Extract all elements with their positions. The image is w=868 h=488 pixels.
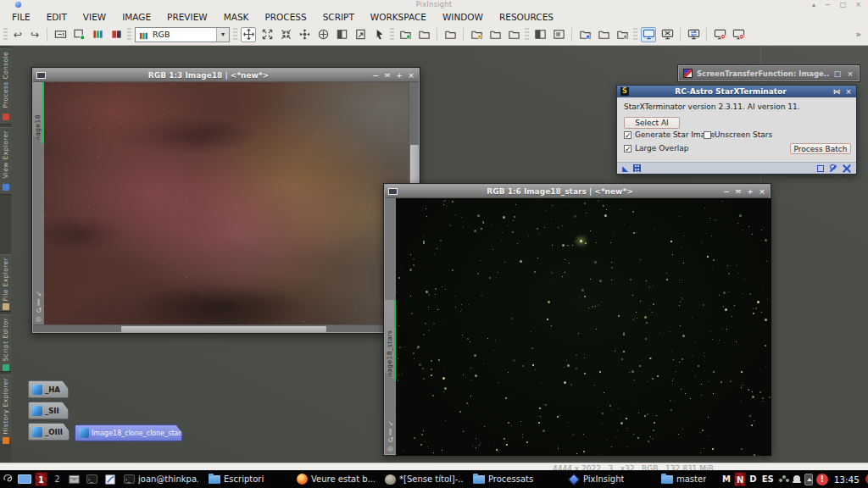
task-button-escriptori[interactable]: Escriptori	[205, 472, 273, 487]
task-button-pixinsight[interactable]: PixInsight	[565, 472, 629, 487]
image-canvas-image18[interactable]	[44, 82, 411, 326]
stf-enable-icon[interactable]	[641, 27, 656, 42]
sidebar-tab-file-explorer[interactable]: File Explorer	[0, 254, 11, 312]
menu-item-file[interactable]: FILE	[12, 12, 31, 22]
notifications-icon[interactable]	[793, 474, 801, 484]
view-tab-image18[interactable]: Image18	[33, 82, 44, 145]
file-save-icon[interactable]	[398, 27, 413, 42]
task-button-sense-t-tol[interactable]: *[Sense títol]-...	[381, 472, 466, 487]
task-button-master[interactable]: master	[658, 472, 714, 487]
pointer-tool-icon[interactable]	[371, 27, 387, 42]
target-icon[interactable]: ◎	[36, 315, 42, 323]
browse-documentation-icon[interactable]	[633, 164, 641, 172]
horizontal-scrollbar-thumb[interactable]	[121, 326, 326, 332]
menu-item-script[interactable]: SCRIPT	[323, 12, 354, 22]
checkbox-generate-star-image[interactable]: ✓Generate Star Image	[624, 130, 715, 139]
iconized-view-ha[interactable]: _HA	[28, 380, 69, 398]
app-maximize-button[interactable]: □	[840, 0, 847, 9]
tray-indicator-n[interactable]: N	[734, 472, 746, 486]
reset-icon[interactable]	[843, 164, 851, 173]
terminal-launcher-icon[interactable]: ›_	[85, 473, 99, 486]
stf-close-button[interactable]: ×	[846, 68, 854, 80]
dynamic-view-icon[interactable]	[334, 27, 349, 42]
stf-reset-icon[interactable]	[712, 27, 727, 42]
menu-item-process[interactable]: PROCESS	[264, 12, 306, 22]
file-history-icon[interactable]	[442, 27, 458, 42]
image-window-image18[interactable]: RGB 1:3 Image18 | <*new*> − ≍ + × Image1…	[31, 67, 420, 334]
target-icon[interactable]: ◎	[387, 445, 393, 452]
stf-maximize-button[interactable]: □	[833, 68, 842, 80]
navigate-tool-icon[interactable]	[315, 27, 331, 42]
sidebar-tab-history-explorer[interactable]: History Explorer	[0, 374, 11, 442]
process-load-icon[interactable]	[487, 27, 503, 42]
image-canvas-image18-stars[interactable]	[396, 198, 771, 456]
app-minimize-button[interactable]: −	[825, 0, 831, 9]
close-button[interactable]: ×	[758, 186, 766, 197]
readout-tool-icon[interactable]	[353, 27, 368, 42]
iconized-view-sii[interactable]: _SII	[28, 402, 69, 419]
fit-view-button[interactable]: ≍	[734, 186, 743, 197]
view-mode-icon-1[interactable]	[577, 27, 593, 42]
tray-indicator-es[interactable]: ES	[760, 472, 776, 486]
menu-item-preview[interactable]: PREVIEW	[167, 12, 208, 22]
resize-icon[interactable]: ↘	[387, 419, 393, 427]
window-corner-tools[interactable]: ↘ ∥ ↺ ◎	[385, 419, 396, 452]
new-image-icon[interactable]	[71, 27, 86, 42]
redo-icon[interactable]: ↪	[28, 29, 42, 41]
sidebar-tab-view-explorer[interactable]: View Explorer	[0, 127, 11, 195]
stf-edit-icon[interactable]	[686, 27, 701, 42]
menu-item-mask[interactable]: MASK	[224, 12, 249, 22]
task-button-processats[interactable]: Processats	[470, 472, 546, 487]
pause-icon[interactable]: ∥	[389, 428, 392, 435]
iconize-button[interactable]: −	[722, 186, 731, 197]
dialog-close-button[interactable]: ×	[844, 86, 853, 97]
process-batch-button[interactable]: Process Batch	[790, 143, 851, 154]
zoom-button[interactable]: +	[746, 186, 754, 197]
fit-view-button[interactable]: ≍	[383, 69, 392, 81]
alert-icon[interactable]: !	[816, 474, 828, 485]
window-titlebar[interactable]: RGB 1:6 Image18_stars | <*new*> − ≍ + ×	[385, 185, 770, 198]
menu-item-edit[interactable]: EDIT	[47, 12, 67, 22]
toolbar-drag-handle[interactable]	[233, 28, 237, 42]
file-edit-icon[interactable]	[416, 27, 431, 42]
tray-indicator-m[interactable]: M	[721, 472, 732, 486]
app-titlebar[interactable]: PixInsight ▴ − □ ×	[0, 0, 868, 9]
move-tool-icon[interactable]	[241, 27, 256, 42]
menu-item-resources[interactable]: RESOURCES	[499, 12, 554, 22]
stf-disable-icon[interactable]	[659, 27, 675, 42]
zoom-button[interactable]: +	[395, 69, 403, 81]
toolbar-overflow-chevron[interactable]: »	[855, 29, 865, 40]
workspace-1-button[interactable]: 1	[35, 472, 47, 486]
sidebar-tab-script-editor[interactable]: Script Editor	[0, 314, 11, 372]
dialog-titlebar[interactable]: S RC-Astro StarXTerminator ⋈ ×	[617, 86, 856, 97]
app-shade-button[interactable]: ▴	[812, 0, 815, 9]
task-button-joan-thinkpa[interactable]: ›_joan@thinkpa...	[120, 472, 202, 487]
iconize-button[interactable]: −	[371, 69, 380, 81]
starxterminator-dialog[interactable]: S RC-Astro StarXTerminator ⋈ × StarXTerm…	[616, 85, 857, 175]
toolbar-drag-handle[interactable]	[3, 28, 8, 42]
checkbox-unscreen-stars[interactable]: Unscreen Stars	[704, 130, 772, 139]
split-channels-icon[interactable]	[108, 27, 124, 42]
view-tab-image18-stars[interactable]: Image18_stars	[385, 300, 396, 381]
window-corner-tools[interactable]: ↘ ∥ ↺ ◎	[33, 290, 44, 323]
preview-mode-icon[interactable]	[551, 27, 566, 42]
archive-launcher-icon[interactable]	[67, 473, 81, 486]
checkbox-large-overlap[interactable]: ✓Large Overlap	[624, 144, 689, 152]
checkbox-box[interactable]	[704, 131, 711, 139]
pan-tool-icon[interactable]	[297, 27, 312, 42]
menu-item-workspace[interactable]: WORKSPACE	[370, 12, 426, 22]
combo-arrow-icon[interactable]: ▾	[216, 28, 229, 42]
process-open-icon[interactable]	[469, 27, 484, 42]
tray-app-icon[interactable]	[779, 475, 789, 484]
tray-indicator-d[interactable]: D	[748, 472, 758, 486]
iconized-view-oiii[interactable]: _OIII	[28, 423, 70, 441]
image-window-image18-stars[interactable]: RGB 1:6 Image18_stars | <*new*> − ≍ + × …	[383, 183, 771, 456]
app-close-button[interactable]: ×	[855, 0, 861, 9]
battery-icon[interactable]	[804, 474, 813, 485]
view-mode-icon-2[interactable]	[596, 27, 611, 42]
stf-delete-icon[interactable]	[731, 27, 746, 42]
pin-button[interactable]: ⋈	[832, 86, 841, 97]
global-apply-icon[interactable]	[817, 165, 824, 172]
process-revert-icon[interactable]	[506, 27, 521, 42]
toolbar-drag-handle[interactable]	[633, 28, 637, 42]
